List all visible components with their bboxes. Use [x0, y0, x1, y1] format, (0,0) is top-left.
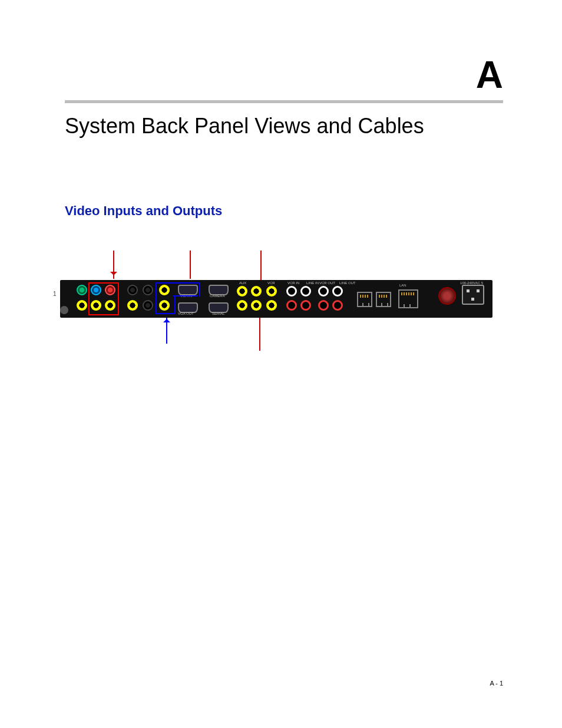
- blue-highlight-box-icon: [156, 282, 200, 297]
- arrow-red-down-icon: [113, 251, 114, 279]
- red-highlight-box-icon: [88, 282, 119, 315]
- rca-red-jack-icon: [300, 300, 311, 311]
- vcr-in-label: VCR IN: [287, 281, 299, 285]
- page-footer: A - 1: [490, 680, 503, 687]
- arrow-red-line-icon: [259, 315, 260, 351]
- serial-label: SERIAL: [212, 312, 224, 315]
- line-in-label: LINE IN: [306, 281, 319, 285]
- lan-port-icon: [398, 289, 418, 308]
- lan-label: LAN: [399, 284, 406, 287]
- rca-red-jack-icon: [286, 300, 297, 311]
- line-out-label: LINE OUT: [339, 281, 356, 285]
- rj-port-icon: [357, 292, 372, 307]
- composite-jack-icon: [127, 300, 138, 311]
- svideo-jack-icon: [143, 300, 153, 311]
- svideo-jack-icon: [143, 285, 153, 295]
- blue-highlight-box-icon: [173, 295, 198, 297]
- aux-label: AUX: [239, 281, 246, 285]
- blue-highlight-box-icon: [156, 295, 176, 314]
- rca-white-jack-icon: [318, 286, 329, 297]
- composite-jack-icon: [266, 286, 277, 297]
- vcr-out-label: VCR OUT: [319, 281, 335, 285]
- rca-red-jack-icon: [318, 300, 329, 311]
- rca-white-jack-icon: [332, 286, 343, 297]
- horizontal-rule: [65, 100, 503, 103]
- composite-jack-icon: [251, 300, 262, 311]
- panel-chassis: [60, 280, 492, 318]
- channel-number: 1: [53, 291, 57, 297]
- power-button-icon: [438, 287, 456, 305]
- rca-white-jack-icon: [286, 286, 297, 297]
- arrow-blue-up-icon: [166, 315, 167, 344]
- composite-jack-icon: [237, 300, 247, 311]
- camera-label: CAMERA: [210, 294, 225, 298]
- ac-inlet-icon: [462, 285, 484, 305]
- back-panel-diagram: 1 VGA IN VGA OUT CAMERA SERIAL AUX VCR: [60, 256, 492, 339]
- rj-port-icon: [376, 292, 391, 307]
- vcr-label: VCR: [267, 281, 275, 285]
- svideo-jack-icon: [127, 285, 138, 295]
- composite-jack-icon: [77, 300, 87, 311]
- section-heading: Video Inputs and Outputs: [65, 203, 503, 219]
- composite-jack-icon: [237, 286, 247, 297]
- vga-out-label: VGA OUT: [178, 312, 194, 315]
- component-y-jack-icon: [77, 285, 87, 295]
- rca-red-jack-icon: [332, 300, 343, 311]
- ground-lug-icon: [60, 306, 68, 314]
- page-title: System Back Panel Views and Cables: [65, 114, 503, 139]
- appendix-letter: A: [65, 53, 503, 97]
- arrow-red-line-icon: [190, 251, 191, 279]
- composite-jack-icon: [251, 286, 262, 297]
- rca-white-jack-icon: [300, 286, 311, 297]
- composite-jack-icon: [266, 300, 277, 311]
